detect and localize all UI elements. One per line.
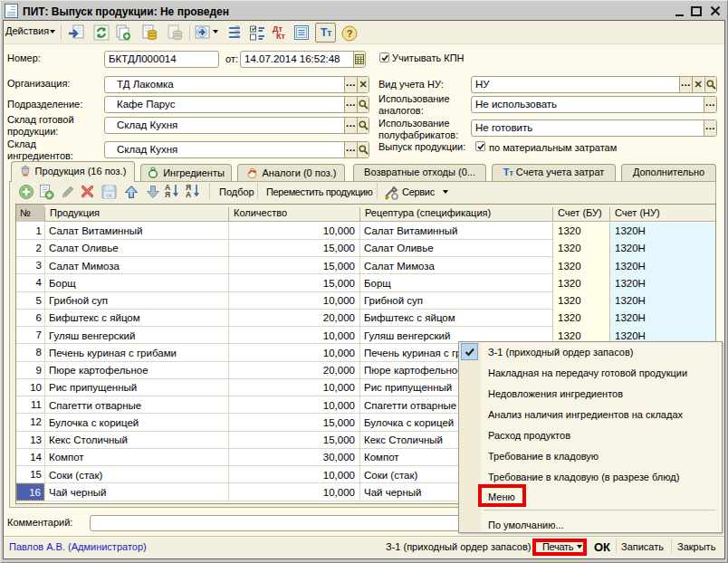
svg-text:?: ?: [347, 28, 353, 39]
svg-text:ОК: ОК: [106, 193, 112, 198]
